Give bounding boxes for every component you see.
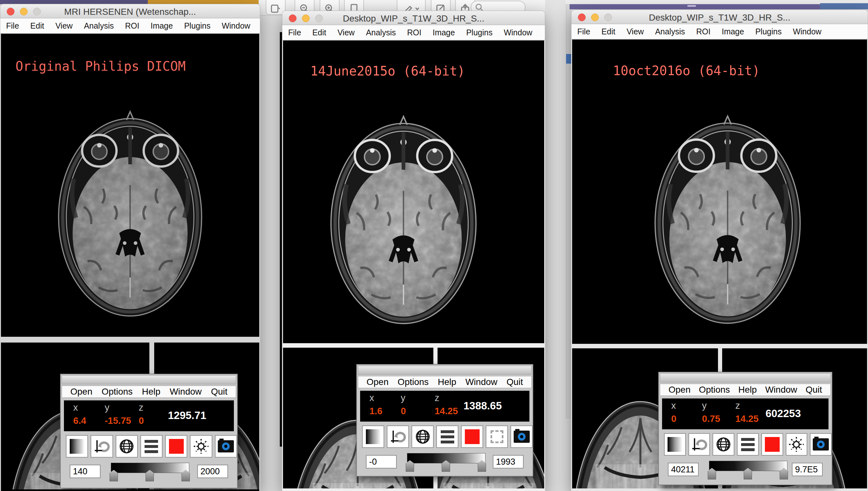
axial-mri-view[interactable] bbox=[31, 82, 230, 339]
level-slider bbox=[110, 463, 190, 482]
menu-analysis[interactable]: Analysis bbox=[84, 21, 114, 31]
view-divider-horizontal bbox=[572, 344, 867, 348]
menu-plugins[interactable]: Plugins bbox=[184, 21, 210, 31]
x-value: 0 bbox=[671, 413, 676, 424]
layers-button[interactable] bbox=[436, 426, 458, 448]
y-value: 0.75 bbox=[702, 413, 720, 424]
z-label: z bbox=[435, 393, 440, 403]
z-value: 14.25 bbox=[435, 406, 458, 416]
y-value: 0 bbox=[400, 406, 406, 416]
rotate-icon bbox=[691, 436, 708, 453]
render-3d-button[interactable] bbox=[713, 433, 735, 456]
control-panel-10oct2016: Open Options Help Window Quit x y z 0 0.… bbox=[658, 372, 832, 485]
titlebar[interactable]: Desktop_WIP_s_T1W_3D_HR_S... bbox=[571, 10, 868, 24]
max-level-input[interactable] bbox=[792, 463, 823, 476]
background-window-edge bbox=[566, 4, 571, 419]
panel-drag-handle[interactable] bbox=[358, 366, 532, 375]
panel-menu-help[interactable]: Help bbox=[738, 385, 757, 395]
panel-menu-quit[interactable]: Quit bbox=[507, 377, 523, 387]
menu-window[interactable]: Window bbox=[504, 28, 532, 37]
rotate-button[interactable] bbox=[387, 426, 409, 448]
menu-plugins[interactable]: Plugins bbox=[466, 28, 492, 37]
brightness-icon bbox=[192, 438, 210, 455]
max-level-input[interactable] bbox=[493, 455, 523, 468]
level-slider bbox=[406, 453, 486, 472]
snapshot-button[interactable] bbox=[510, 426, 533, 448]
menu-roi[interactable]: ROI bbox=[696, 27, 710, 36]
menu-view[interactable]: View bbox=[626, 27, 644, 36]
panel-menu-options[interactable]: Options bbox=[398, 377, 429, 387]
globe-icon bbox=[715, 436, 732, 453]
menu-window[interactable]: Window bbox=[222, 21, 250, 31]
menu-plugins[interactable]: Plugins bbox=[755, 27, 782, 36]
overlay-color-button[interactable] bbox=[165, 435, 187, 458]
panel-menu-help[interactable]: Help bbox=[438, 377, 456, 387]
overlay-color-button[interactable] bbox=[761, 433, 783, 456]
contrast-gradient-button[interactable] bbox=[362, 426, 384, 448]
panel-menu-open[interactable]: Open bbox=[668, 385, 691, 395]
desktop: { "background": { "purple_bar_color": "#… bbox=[0, 0, 868, 491]
x-label: x bbox=[369, 393, 374, 403]
snapshot-button[interactable] bbox=[810, 433, 832, 456]
menu-analysis[interactable]: Analysis bbox=[366, 28, 396, 37]
brightness-button[interactable] bbox=[786, 433, 808, 456]
menu-analysis[interactable]: Analysis bbox=[655, 27, 685, 36]
overlay-color-button[interactable] bbox=[461, 426, 483, 448]
menu-roi[interactable]: ROI bbox=[407, 28, 421, 37]
menu-file[interactable]: File bbox=[288, 28, 301, 37]
render-3d-button[interactable] bbox=[412, 426, 434, 448]
z-label: z bbox=[735, 400, 740, 411]
selection-button[interactable] bbox=[486, 426, 508, 448]
menu-edit[interactable]: Edit bbox=[312, 28, 326, 37]
panel-menu-window[interactable]: Window bbox=[765, 385, 797, 395]
titlebar[interactable]: MRI HERSENEN (Wetenschap... bbox=[0, 4, 260, 18]
panel-menu-options[interactable]: Options bbox=[699, 385, 730, 395]
panel-menu-window[interactable]: Window bbox=[170, 386, 202, 397]
panel-menu-open[interactable]: Open bbox=[366, 377, 389, 387]
panel-drag-handle[interactable] bbox=[660, 373, 831, 382]
menu-edit[interactable]: Edit bbox=[30, 21, 44, 31]
contrast-gradient-button[interactable] bbox=[66, 435, 88, 458]
red-swatch-icon bbox=[465, 429, 480, 444]
panel-menu-quit[interactable]: Quit bbox=[806, 385, 822, 395]
panel-menu-open[interactable]: Open bbox=[70, 386, 92, 397]
layers-button[interactable] bbox=[140, 435, 162, 458]
menu-window[interactable]: Window bbox=[793, 27, 821, 36]
panel-menu-options[interactable]: Options bbox=[101, 386, 133, 397]
min-level-input[interactable] bbox=[366, 455, 397, 468]
titlebar[interactable]: Desktop_WIP_s_T1W_3D_HR_S... bbox=[282, 10, 545, 25]
axial-mri-view[interactable] bbox=[625, 88, 830, 345]
axial-mri-view[interactable] bbox=[301, 88, 506, 345]
z-label: z bbox=[139, 402, 144, 413]
menu-edit[interactable]: Edit bbox=[601, 27, 615, 36]
panel-menu-window[interactable]: Window bbox=[466, 377, 498, 387]
menu-file[interactable]: File bbox=[577, 27, 590, 36]
window-bottom-frame bbox=[572, 488, 867, 491]
brightness-button[interactable] bbox=[190, 435, 212, 458]
z-value: 0 bbox=[139, 415, 144, 426]
z-value: 14.25 bbox=[735, 413, 759, 424]
gradient-icon bbox=[366, 429, 381, 444]
menu-image[interactable]: Image bbox=[433, 28, 455, 37]
menu-file[interactable]: File bbox=[6, 21, 19, 31]
rotate-button[interactable] bbox=[91, 435, 113, 458]
menu-image[interactable]: Image bbox=[722, 27, 744, 36]
menu-view[interactable]: View bbox=[55, 21, 72, 31]
min-level-input[interactable] bbox=[668, 463, 699, 476]
menu-image[interactable]: Image bbox=[151, 21, 173, 31]
layers-button[interactable] bbox=[737, 433, 759, 456]
contrast-gradient-button[interactable] bbox=[664, 433, 686, 456]
min-level-input[interactable] bbox=[70, 465, 100, 478]
panel-drag-handle[interactable] bbox=[62, 375, 236, 384]
snapshot-button[interactable] bbox=[215, 435, 237, 458]
panel-menu-quit[interactable]: Quit bbox=[211, 386, 228, 397]
x-value: 6.4 bbox=[73, 415, 86, 426]
menu-roi[interactable]: ROI bbox=[125, 21, 139, 31]
rotate-button[interactable] bbox=[688, 433, 710, 456]
gradient-icon bbox=[70, 439, 85, 454]
panel-menu-help[interactable]: Help bbox=[142, 386, 160, 397]
render-3d-button[interactable] bbox=[116, 435, 138, 458]
max-level-input[interactable] bbox=[197, 465, 228, 478]
window-title: MRI HERSENEN (Wetenschap... bbox=[0, 7, 260, 17]
menu-view[interactable]: View bbox=[337, 28, 355, 37]
